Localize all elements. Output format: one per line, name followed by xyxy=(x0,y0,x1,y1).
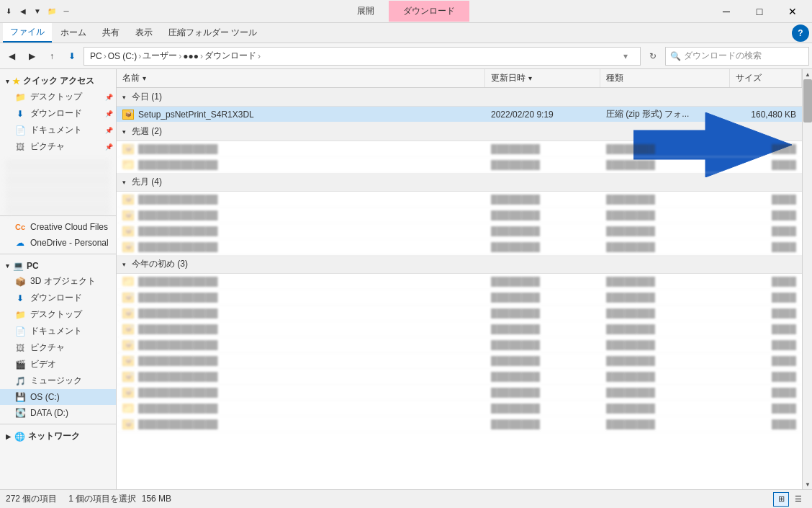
scroll-down-btn[interactable]: ▼ xyxy=(803,479,812,489)
network-section-header[interactable]: ▶ 🌐 ネットワーク xyxy=(0,427,116,444)
ribbon-tab-file[interactable]: ファイル xyxy=(3,23,52,43)
ribbon-tab-zip-tools[interactable]: 圧縮フォルダー ツール xyxy=(161,24,264,42)
file-name: █████████████ xyxy=(138,356,218,366)
scrollbar-thumb[interactable] xyxy=(803,79,812,122)
file-name-cell: 📦 █████████████ xyxy=(117,308,485,318)
file-name: █████████████ xyxy=(138,242,218,252)
ribbon-tab-home[interactable]: ホーム xyxy=(53,24,94,42)
music-icon: 🎵 xyxy=(14,375,26,387)
document-icon: 📄 xyxy=(14,125,26,136)
sidebar-item-docs-quick[interactable]: 📄 ドキュメント 📌 xyxy=(0,122,116,138)
back-btn[interactable]: ◀ xyxy=(3,48,20,65)
up-btn[interactable]: ↑ xyxy=(43,48,60,65)
details-view-btn[interactable]: ⊞ xyxy=(773,492,789,507)
pc-section-header[interactable]: ▾ 💻 PC xyxy=(0,257,116,273)
table-row[interactable]: 📦 █████████████ ████████ ████████ ████ xyxy=(117,306,802,321)
sidebar-item-docs[interactable]: 📄 ドキュメント xyxy=(0,323,116,339)
file-modified: ████████ xyxy=(485,210,600,220)
sidebar-item-pictures-quick[interactable]: 🖼 ピクチャ 📌 xyxy=(0,138,116,155)
minimize-history-btn[interactable]: ─ xyxy=(60,6,72,17)
sidebar-item-onedrive[interactable]: ☁ OneDrive - Personal xyxy=(0,235,116,251)
path-os: OS (C:) xyxy=(108,51,137,61)
table-row[interactable]: 📦 █████████████ ████████ ████████ ████ xyxy=(117,416,802,432)
col-name[interactable]: 名前 ▾ xyxy=(117,69,485,87)
table-row[interactable]: 📁 █████████████ ████████ ████████ ████ xyxy=(117,157,802,173)
sidebar-item-downloads-quick[interactable]: ⬇ ダウンロード 📌 xyxy=(0,105,116,122)
sidebar-item-desktop[interactable]: 📁 デスクトップ xyxy=(0,306,116,323)
sidebar-item-desktop-quick[interactable]: 📁 デスクトップ 📌 xyxy=(0,89,116,105)
sidebar-item-3d[interactable]: 📦 3D オブジェクト xyxy=(0,273,116,290)
quick-access-chevron[interactable]: ▾ xyxy=(6,78,9,85)
file-name-cell: 📦 █████████████ xyxy=(117,340,485,350)
sidebar-item-pictures[interactable]: 🖼 ピクチャ xyxy=(0,339,116,356)
scrollbar-track[interactable] xyxy=(803,79,812,479)
back-history-btn[interactable]: ◀ xyxy=(17,6,29,17)
table-row[interactable]: 📦 █████████████ ████████ ████████ ████ xyxy=(117,223,802,239)
file-type: ████████ xyxy=(600,160,730,170)
scrollbar[interactable]: ▲ ▼ xyxy=(802,69,812,489)
file-modified: 2022/02/20 9:19 xyxy=(485,110,600,120)
table-row[interactable]: 📁 █████████████ ████████ ████████ ████ xyxy=(117,401,802,416)
table-row[interactable]: 📦 █████████████ ████████ ████████ ████ xyxy=(117,141,802,157)
table-row[interactable]: 📁 █████████████ ████████ ████████ ████ xyxy=(117,274,802,290)
folder-icon: 📁 xyxy=(46,6,58,17)
pc-label: PC xyxy=(27,261,39,271)
table-row[interactable]: 📦 █████████████ ████████ ████████ ████ xyxy=(117,290,802,306)
refresh-btn[interactable]: ↻ xyxy=(644,47,662,66)
sidebar-item-video[interactable]: 🎬 ビデオ xyxy=(0,356,116,373)
sidebar-label: ピクチャ xyxy=(30,141,65,153)
ribbon-tab-share[interactable]: 共有 xyxy=(95,24,127,42)
file-type: ████████ xyxy=(600,210,730,220)
file-size: ████ xyxy=(730,308,802,318)
maximize-btn[interactable]: □ xyxy=(743,0,776,23)
zip-icon: 📦 xyxy=(122,308,134,318)
table-row[interactable]: 📦 █████████████ ████████ ████████ ████ xyxy=(117,385,802,401)
col-type[interactable]: 種類 xyxy=(600,69,730,87)
scroll-up-btn[interactable]: ▲ xyxy=(803,69,812,79)
sidebar-item-data[interactable]: 💽 DATA (D:) xyxy=(0,405,116,421)
file-size: ████ xyxy=(730,372,802,382)
zip-icon: 📦 xyxy=(122,226,134,236)
close-btn[interactable]: ✕ xyxy=(776,0,809,23)
table-row[interactable]: 📦 █████████████ ████████ ████████ ████ xyxy=(117,239,802,255)
col-size[interactable]: サイズ xyxy=(730,69,802,87)
sidebar-label: ビデオ xyxy=(30,358,56,370)
minimize-btn[interactable]: ─ xyxy=(710,0,743,23)
sidebar-item-music[interactable]: 🎵 ミュージック xyxy=(0,373,116,389)
sidebar-label: デスクトップ xyxy=(30,91,82,103)
search-box[interactable]: 🔍 ダウンロードの検索 xyxy=(665,47,809,66)
quick-access-btn[interactable]: ⬇ xyxy=(3,6,14,17)
sidebar: ▾ ★ クイック アクセス 📁 デスクトップ 📌 ⬇ ダウンロード 📌 📄 ドキ… xyxy=(0,69,117,489)
address-path[interactable]: PC › OS (C:) › ユーザー › ●●● › ダウンロード › ▾ xyxy=(84,47,641,66)
sidebar-label: DATA (D:) xyxy=(30,408,68,418)
path-dropdown-btn[interactable]: ▾ xyxy=(617,48,634,65)
zip-icon: 📦 xyxy=(122,340,134,350)
tab-expand[interactable]: 展開 xyxy=(343,1,389,22)
zip-icon: 📦 xyxy=(122,110,134,120)
network-icon: 🌐 xyxy=(14,431,25,442)
list-view-btn[interactable]: ☰ xyxy=(790,492,806,507)
file-name-cell: 📦 █████████████ xyxy=(117,226,485,236)
path-pc: PC xyxy=(90,51,102,61)
col-modified[interactable]: 更新日時 ▾ xyxy=(485,69,600,87)
table-row[interactable]: 📦 █████████████ ████████ ████████ ████ xyxy=(117,321,802,337)
file-size: ████ xyxy=(730,242,802,252)
forward-history-btn[interactable]: ▼ xyxy=(32,6,43,17)
table-row[interactable]: 📦 █████████████ ████████ ████████ ████ xyxy=(117,353,802,369)
zip-icon: 📦 xyxy=(122,388,134,398)
sidebar-item-creative-cloud[interactable]: Cc Creative Cloud Files xyxy=(0,219,116,235)
file-list: ▾今日 (1) 📦 Setup_psNetPrint_S4R1X3DL 2022… xyxy=(117,88,802,489)
forward-btn[interactable]: ▶ xyxy=(23,48,40,65)
help-btn[interactable]: ? xyxy=(792,24,809,42)
file-modified: ████████ xyxy=(485,226,600,236)
ribbon-tab-view[interactable]: 表示 xyxy=(128,24,160,42)
table-row[interactable]: 📦 █████████████ ████████ ████████ ████ xyxy=(117,208,802,223)
sidebar-label: OneDrive - Personal xyxy=(30,238,109,248)
table-row[interactable]: 📦 █████████████ ████████ ████████ ████ xyxy=(117,337,802,353)
table-row[interactable]: 📦 █████████████ ████████ ████████ ████ xyxy=(117,369,802,385)
tab-downloads[interactable]: ダウンロード xyxy=(389,1,469,22)
sidebar-item-os[interactable]: 💾 OS (C:) xyxy=(0,389,116,405)
table-row[interactable]: 📦 █████████████ ████████ ████████ ████ xyxy=(117,192,802,208)
sidebar-item-downloads[interactable]: ⬇ ダウンロード xyxy=(0,290,116,306)
zip-icon: 📦 xyxy=(122,419,134,429)
